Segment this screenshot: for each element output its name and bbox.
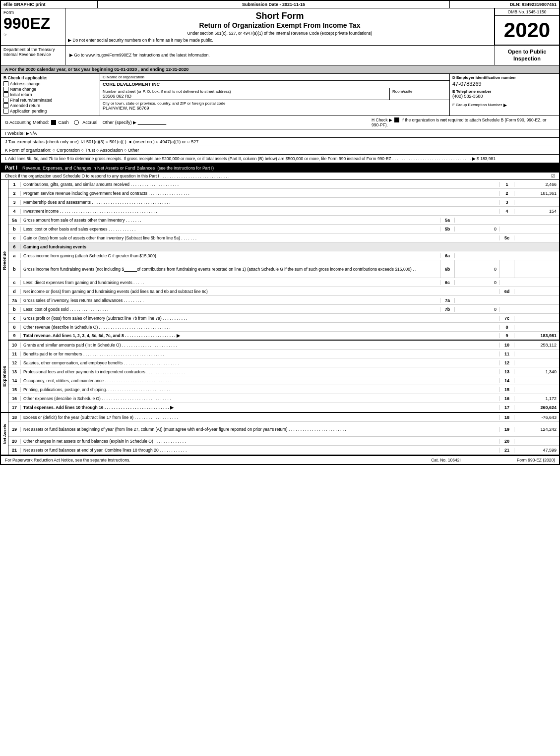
table-row: c Gross profit or (loss) from sales of i… bbox=[8, 314, 559, 323]
cash-checkbox bbox=[51, 120, 56, 125]
form-ref: Form 990-EZ (2020) bbox=[476, 458, 555, 463]
room-suite-label: Room/suite bbox=[392, 89, 447, 94]
cat-no: Cat. No. 10642I bbox=[416, 458, 476, 463]
part-i-title: Revenue, Expenses, and Changes in Net As… bbox=[22, 166, 155, 171]
revenue-side-label: Revenue bbox=[2, 251, 7, 270]
table-row: c Gain or (loss) from sale of assets oth… bbox=[8, 233, 559, 242]
table-row: 9 Total revenue. Add lines 1, 2, 3, 4, 5… bbox=[8, 332, 559, 341]
omb-number: OMB No. 1545-1150 bbox=[495, 8, 559, 16]
gross-receipts-row: L Add lines 5b, 6c, and 7b to line 9 to … bbox=[1, 155, 559, 164]
table-row: 5a Gross amount from sale of assets othe… bbox=[8, 216, 559, 225]
street-value: 53506 862 RD bbox=[103, 94, 387, 99]
final-return-label: Final return/terminated bbox=[10, 98, 53, 103]
expenses-side-label: Expenses bbox=[2, 366, 7, 387]
open-to-public-label: Open to Public Inspection bbox=[498, 48, 557, 62]
submission-date: Submission Date - 2021-11-15 bbox=[98, 1, 450, 8]
address-change-label: Address change bbox=[10, 81, 40, 86]
tax-year: 2020 bbox=[504, 18, 550, 42]
name-change-checkbox bbox=[3, 87, 8, 92]
table-row: 4 Investment income . . . . . . . . . . … bbox=[8, 207, 559, 216]
paperwork-label: For Paperwork Reduction Act Notice, see … bbox=[5, 458, 416, 463]
no-ssn-notice: ▶ Do not enter social security numbers o… bbox=[68, 38, 492, 43]
accounting-method-label: G Accounting Method: bbox=[5, 120, 49, 125]
table-row: 3 Membership dues and assessments . . . … bbox=[8, 198, 559, 207]
efile-label: efile GRAPHIC print bbox=[1, 1, 98, 8]
table-row: 13 Professional fees and other payments … bbox=[8, 367, 559, 376]
table-row: c Less: direct expenses from gaming and … bbox=[8, 278, 559, 287]
amended-return-label: Amended return bbox=[10, 103, 40, 108]
tax-status-row: J Tax-exempt status (check only one): ☑ … bbox=[1, 138, 559, 146]
footer-row: For Paperwork Reduction Act Notice, see … bbox=[1, 456, 559, 464]
table-row: b Less: cost or other basis and sales ex… bbox=[8, 225, 559, 233]
org-name-label: C Name of organization bbox=[103, 75, 144, 79]
phone-label: E Telephone number bbox=[452, 89, 557, 94]
part-i-check-line: Check if the organization used Schedule … bbox=[1, 173, 559, 180]
table-row: 21 Net assets or fund balances at end of… bbox=[8, 446, 559, 455]
address-change-checkbox bbox=[3, 81, 8, 86]
application-pending-checkbox bbox=[3, 109, 8, 114]
h-check-text: H Check ▶ if the organization is not req… bbox=[372, 117, 547, 128]
goto-instruction: ▶ Go to www.irs.gov/Form990EZ for instru… bbox=[69, 53, 210, 58]
org-name: CORE DEVELOPMENT INC bbox=[103, 82, 160, 87]
city-label: City or town, state or province, country… bbox=[103, 101, 447, 106]
table-row: b Gross income from fundraising events (… bbox=[8, 260, 559, 278]
initial-return-label: Initial return bbox=[10, 92, 32, 97]
table-row: 16 Other expenses (describe in Schedule … bbox=[8, 394, 559, 403]
ein-value: 47-0783269 bbox=[452, 81, 557, 87]
other-specify: Other (specify) ▶ bbox=[103, 120, 167, 125]
initial-return-checkbox bbox=[3, 92, 8, 97]
table-row: 6 Gaming and fundraising events bbox=[8, 242, 559, 251]
amended-return-checkbox bbox=[3, 103, 8, 108]
part-i-title-note: (see the instructions for Part I) bbox=[157, 166, 214, 171]
form-subtitle: Under section 501(c), 527, or 4947(a)(1)… bbox=[68, 31, 492, 36]
application-pending-label: Application pending bbox=[10, 109, 47, 114]
table-row: 10 Grants and similar amounts paid (list… bbox=[8, 341, 559, 349]
name-change-label: Name change bbox=[10, 87, 36, 92]
table-row: a Gross income from gaming (attach Sched… bbox=[8, 251, 559, 260]
dln-number: DLN: 93492319007451 bbox=[450, 1, 559, 8]
final-return-checkbox bbox=[3, 98, 8, 103]
table-row: 18 Excess or (deficit) for the year (Sub… bbox=[8, 413, 559, 422]
net-assets-side-label: Net Assets bbox=[2, 424, 7, 444]
form-title-short: Short Form bbox=[68, 11, 492, 21]
form-side-note: ☞ bbox=[3, 32, 62, 37]
part-i-check-value: ☑ bbox=[551, 174, 555, 178]
table-row: 17 Total expenses. Add lines 10 through … bbox=[8, 403, 559, 412]
city-value: PLAINVIEW, NE 68769 bbox=[103, 106, 447, 111]
ein-label: D Employer identification number bbox=[452, 75, 557, 80]
table-row: 8 Other revenue (describe in Schedule O)… bbox=[8, 323, 559, 332]
table-row: 20 Other changes in net assets or fund b… bbox=[8, 437, 559, 446]
table-row: d Net income or (loss) from gaming and f… bbox=[8, 287, 559, 296]
table-row: 12 Salaries, other compensation, and emp… bbox=[8, 358, 559, 367]
website-row: I Website: ▶N/A bbox=[1, 129, 559, 138]
table-row: 19 Net assets or fund balances at beginn… bbox=[8, 422, 559, 437]
table-row: 11 Benefits paid to or for members . . .… bbox=[8, 349, 559, 358]
form-number: 990EZ bbox=[3, 15, 62, 32]
table-row: 1 Contributions, gifts, grants, and simi… bbox=[8, 180, 559, 189]
group-exemption-arrow: ▶ bbox=[503, 103, 507, 108]
check-applicable-label: B Check if applicable: bbox=[3, 75, 97, 80]
group-exemption-label: F Group Exemption Number bbox=[452, 103, 502, 107]
accrual-label: Accrual bbox=[82, 120, 97, 125]
table-row: 2 Program service revenue including gove… bbox=[8, 189, 559, 198]
table-row: b Less: cost of goods sold . . . . . . .… bbox=[8, 305, 559, 314]
cash-label: Cash bbox=[59, 120, 69, 125]
phone-value: (402) 582-3580 bbox=[452, 94, 557, 99]
table-row: 15 Printing, publications, postage, and … bbox=[8, 385, 559, 394]
tax-year-row: A For the 2020 calendar year, or tax yea… bbox=[1, 65, 559, 74]
dept-label: Department of the Treasury Internal Reve… bbox=[3, 47, 62, 57]
accrual-checkbox bbox=[74, 120, 79, 125]
form-org-row: K Form of organization: ○ Corporation ○ … bbox=[1, 146, 559, 155]
form-title-full: Return of Organization Exempt From Incom… bbox=[68, 21, 492, 29]
table-row: 14 Occupancy, rent, utilities, and maint… bbox=[8, 376, 559, 385]
part-i-label: Part I bbox=[5, 165, 17, 171]
street-label: Number and street (or P. O. box, if mail… bbox=[103, 89, 387, 94]
table-row: 7a Gross sales of inventory, less return… bbox=[8, 296, 559, 305]
